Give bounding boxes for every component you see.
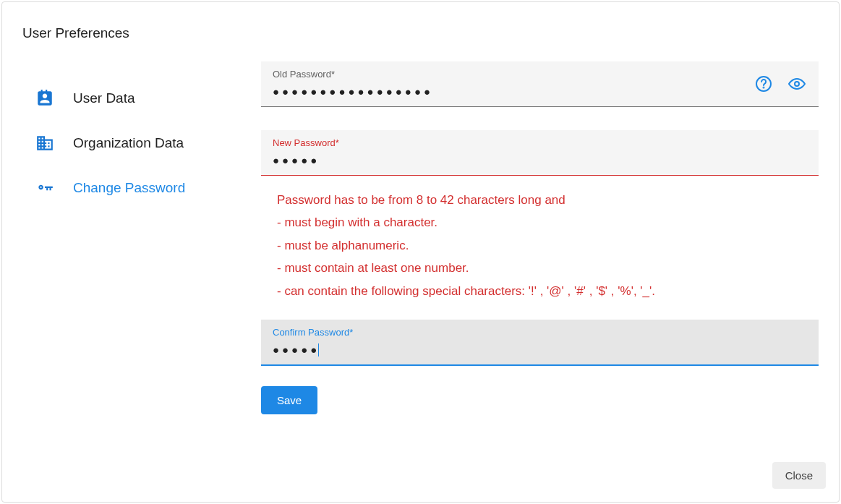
validation-rule: - can contain the following special char…: [277, 280, 819, 302]
validation-rule: - must contain at least one number.: [277, 257, 819, 279]
sidebar-item-label: Change Password: [73, 180, 185, 196]
eye-icon[interactable]: [788, 75, 806, 93]
preferences-dialog: User Preferences User Data Organization …: [1, 1, 840, 503]
new-password-field[interactable]: New Password* ●●●●●: [261, 130, 819, 176]
building-icon: [35, 134, 54, 153]
confirm-password-value: ●●●●●: [273, 342, 320, 357]
close-button[interactable]: Close: [772, 462, 826, 489]
text-caret: [318, 343, 319, 356]
dialog-content: User Data Organization Data Change Passw…: [22, 61, 819, 414]
key-icon: [35, 179, 54, 197]
old-password-label: Old Password*: [273, 69, 807, 80]
new-password-label: New Password*: [273, 137, 807, 148]
save-button[interactable]: Save: [261, 386, 317, 414]
sidebar-item-user-data[interactable]: User Data: [35, 76, 232, 121]
help-icon[interactable]: [755, 75, 772, 93]
confirm-password-field[interactable]: Confirm Password* ●●●●●: [261, 320, 819, 366]
new-password-value: ●●●●●: [273, 153, 320, 168]
dialog-title: User Preferences: [22, 25, 819, 41]
main-panel: Old Password* ●●●●●●●●●●●●●●●●● New Pass…: [261, 61, 819, 414]
confirm-password-label: Confirm Password*: [273, 327, 807, 338]
sidebar: User Data Organization Data Change Passw…: [22, 61, 232, 414]
sidebar-item-change-password[interactable]: Change Password: [35, 166, 232, 210]
validation-rule: - must begin with a character.: [277, 211, 819, 234]
old-password-value: ●●●●●●●●●●●●●●●●●: [273, 84, 433, 99]
sidebar-item-label: User Data: [73, 90, 135, 106]
sidebar-item-organization-data[interactable]: Organization Data: [35, 121, 232, 166]
svg-point-2: [795, 82, 799, 86]
old-password-field[interactable]: Old Password* ●●●●●●●●●●●●●●●●●: [261, 61, 819, 107]
validation-rule: - must be alphanumeric.: [277, 234, 819, 257]
sidebar-item-label: Organization Data: [73, 135, 184, 151]
id-badge-icon: [35, 89, 54, 108]
old-password-icons: [755, 75, 806, 93]
password-validation-error: Password has to be from 8 to 42 characte…: [261, 186, 819, 320]
validation-heading: Password has to be from 8 to 42 characte…: [277, 189, 819, 211]
svg-point-1: [764, 87, 764, 88]
